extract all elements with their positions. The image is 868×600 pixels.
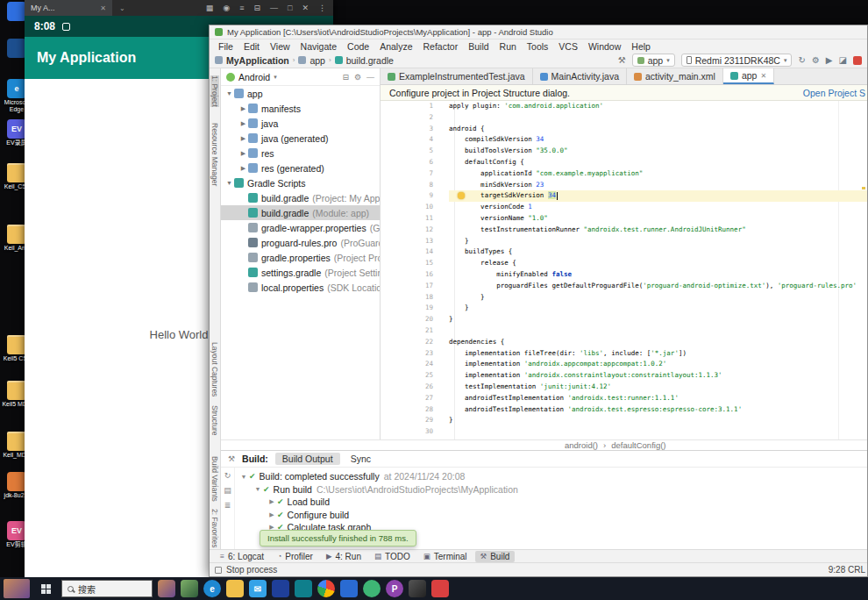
code-line[interactable]: 14 buildTypes { (381, 246, 867, 258)
tree-arrow-icon[interactable]: ▶ (238, 105, 248, 112)
start-button[interactable] (35, 579, 56, 598)
build-row[interactable]: ▶✔Load build (235, 496, 867, 509)
editor-tab[interactable]: MainActivity.java (533, 68, 627, 84)
tree-row[interactable]: gradle-wrapper.properties(Gradle Version… (221, 220, 380, 235)
stripe-label[interactable]: 1: Project (210, 75, 219, 107)
code-editor[interactable]: 1apply plugin: 'com.android.application'… (381, 101, 867, 439)
taskbar-app-icon[interactable] (226, 580, 244, 597)
tree-arrow-icon[interactable]: ▶ (238, 120, 248, 127)
code-line[interactable]: 2 (381, 112, 867, 124)
editor-tab[interactable]: app✕ (723, 68, 774, 84)
menu-item-help[interactable]: Help (626, 41, 656, 52)
tree-row[interactable]: gradle.properties(Project Properties) (221, 250, 380, 265)
tree-row[interactable]: ▼app (221, 86, 380, 101)
tool-window-tab-todo[interactable]: ▤TODO (369, 551, 416, 562)
code-line[interactable]: 15 release { (381, 258, 867, 269)
build-row[interactable]: ▶✔Configure build (235, 509, 867, 522)
tree-row[interactable]: ▶res (generated) (221, 161, 380, 175)
tree-row[interactable]: settings.gradle(Project Settings) (221, 265, 380, 280)
code-line[interactable]: 21 (381, 325, 867, 337)
menu-item-vcs[interactable]: VCS (553, 41, 583, 52)
tree-arrow-icon[interactable]: ▶ (238, 165, 248, 172)
tool-window-tab-terminal[interactable]: ▣Terminal (418, 551, 473, 562)
tree-row[interactable]: build.gradle(Module: app) (221, 205, 380, 220)
code-line[interactable]: 10 versionCode 1 (381, 202, 867, 213)
editor-breadcrumb-item[interactable]: android() (565, 440, 598, 450)
build-hammer-icon[interactable]: ⚒ (618, 55, 626, 65)
tool-window-tab-profiler[interactable]: ◔Profiler (272, 551, 318, 562)
tree-arrow-icon[interactable]: ▶ (238, 135, 248, 142)
tree-row[interactable]: build.gradle(Project: My Application) (221, 190, 380, 205)
code-line[interactable]: 12 testInstrumentationRunner "androidx.t… (381, 225, 867, 236)
build-row[interactable]: ▼✔Build: completed successfullyat 2024/1… (235, 470, 867, 483)
taskbar-app-icon[interactable] (317, 580, 335, 597)
stripe-label[interactable]: Structure (210, 405, 219, 436)
taskbar-app-icon[interactable] (340, 580, 358, 597)
emulator-control-icon[interactable]: ◉ (223, 4, 230, 12)
code-line[interactable]: 26 testImplementation 'junit:junit:4.12' (381, 382, 867, 393)
build-toolbar-icon[interactable]: ≣ (224, 501, 231, 510)
stop-process-icon[interactable] (215, 567, 222, 574)
menu-item-window[interactable]: Window (583, 41, 626, 52)
emulator-control-icon[interactable]: ✕ (302, 4, 309, 12)
tool-window-tab-4-run[interactable]: ▶4: Run (321, 551, 366, 562)
tree-arrow-icon[interactable]: ▶ (267, 498, 277, 505)
code-line[interactable]: 17 proguardFiles getDefaultProguardFile(… (381, 281, 867, 292)
tree-arrow-icon[interactable]: ▼ (238, 474, 249, 480)
menu-item-navigate[interactable]: Navigate (295, 41, 342, 52)
taskbar-photo-tile[interactable] (4, 579, 30, 598)
code-line[interactable]: 3android { (381, 124, 867, 135)
menu-item-view[interactable]: View (265, 41, 295, 52)
taskbar-app-icon[interactable] (158, 580, 175, 597)
code-line[interactable]: 13 } (381, 236, 867, 247)
close-icon[interactable]: ✕ (760, 72, 766, 80)
project-header-icon[interactable]: ⚙ (354, 73, 361, 82)
menu-item-run[interactable]: Run (494, 41, 522, 52)
stop-icon[interactable] (853, 56, 862, 65)
tree-row[interactable]: local.properties(SDK Location) (221, 280, 380, 295)
breadcrumb-item[interactable]: build.gradle (346, 55, 394, 66)
stripe-label[interactable]: Build Variants (210, 456, 219, 502)
menu-item-tools[interactable]: Tools (522, 41, 554, 52)
stop-process-label[interactable]: Stop process (226, 565, 277, 575)
banner-link[interactable]: Open Project S (803, 88, 865, 98)
build-toolbar-icon[interactable]: ↻ (224, 471, 231, 480)
code-line[interactable]: 30 (381, 426, 867, 438)
stripe-label[interactable]: Layout Captures (210, 342, 219, 396)
menu-item-refactor[interactable]: Refactor (418, 41, 464, 52)
code-line[interactable]: 1apply plugin: 'com.android.application' (381, 101, 867, 112)
code-line[interactable]: 27 androidTestImplementation 'androidx.t… (381, 393, 867, 404)
emulator-control-icon[interactable]: ⊟ (253, 4, 260, 12)
build-tab[interactable]: Sync (344, 453, 378, 465)
taskbar-app-icon[interactable] (181, 580, 198, 597)
tree-row[interactable]: ▼Gradle Scripts (221, 175, 380, 190)
breadcrumb-item[interactable]: MyApplication (226, 55, 289, 66)
tool-window-tab-build[interactable]: ⚒Build (475, 551, 516, 562)
run-config-select[interactable]: app ▾ (632, 54, 675, 67)
tree-arrow-icon[interactable]: ▶ (238, 150, 248, 157)
menu-item-code[interactable]: Code (342, 41, 374, 52)
project-header-icon[interactable]: ⊟ (342, 73, 349, 82)
code-line[interactable]: 22dependencies { (381, 337, 867, 348)
emulator-control-icon[interactable]: ≡ (239, 4, 244, 12)
emulator-control-icon[interactable]: □ (288, 4, 292, 12)
code-line[interactable]: 29} (381, 415, 867, 426)
editor-tab[interactable]: ExampleInstrumentedTest.java (381, 68, 533, 84)
tree-row[interactable]: ▶java (221, 116, 380, 131)
emulator-tab[interactable]: My A... ✕ (25, 0, 112, 16)
taskbar-app-icon[interactable]: P (386, 580, 403, 597)
device-select[interactable]: Redmi 2311DRK48C ▾ (681, 54, 793, 67)
build-row[interactable]: ▼✔Run buildC:\Users\iot\AndroidStudioPro… (235, 483, 867, 496)
close-icon[interactable]: ✕ (100, 4, 106, 12)
chevron-down-icon[interactable]: ⌄ (119, 4, 125, 12)
project-panel-header[interactable]: Android ▾ ⊟⚙— (221, 68, 380, 86)
tree-row[interactable]: ▶res (221, 146, 380, 161)
code-line[interactable]: 11 versionName "1.0" (381, 213, 867, 225)
tree-arrow-icon[interactable]: ▼ (224, 90, 234, 96)
stripe-label[interactable]: 2: Favorites (210, 509, 219, 547)
build-tab[interactable]: Build Output (275, 453, 340, 465)
search-box[interactable]: 搜索 (61, 580, 153, 597)
tool-window-tab-6-logcat[interactable]: ≡6: Logcat (215, 551, 269, 562)
toolbar-icon[interactable]: ▶ (826, 55, 833, 65)
toolbar-icon[interactable]: ◪ (839, 55, 847, 65)
